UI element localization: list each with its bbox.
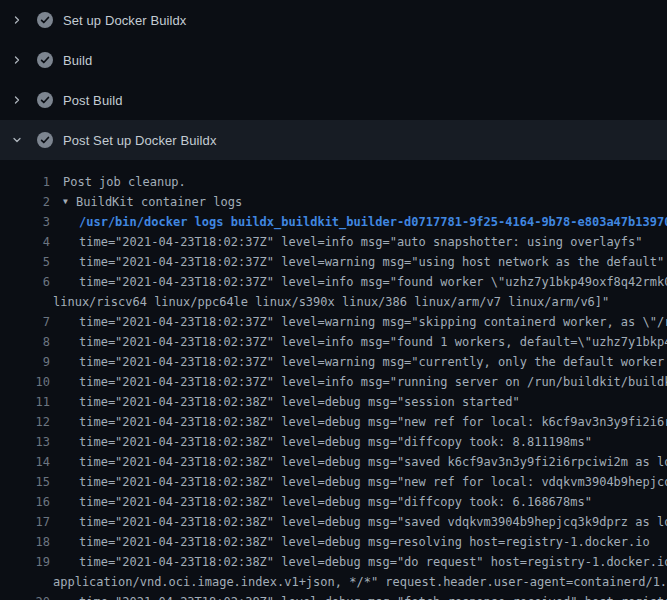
log-line-text: time="2021-04-23T18:02:38Z" level=debug … [79, 392, 520, 412]
check-circle-icon [37, 12, 53, 28]
step-row-3[interactable]: Post Set up Docker Buildx [0, 120, 667, 160]
log-line-text: time="2021-04-23T18:02:38Z" level=debug … [79, 412, 667, 432]
log-line-number[interactable]: 15 [0, 472, 50, 492]
steps-list: Set up Docker Buildx Build Post Buil [0, 0, 667, 160]
chevron-right-icon[interactable] [10, 13, 24, 27]
log-line: 3 /usr/bin/docker logs buildx_buildkit_b… [0, 212, 667, 232]
log-line-text: time="2021-04-23T18:02:37Z" level=info m… [79, 232, 643, 252]
log-line-text: application/vnd.oci.image.index.v1+json,… [53, 572, 667, 592]
log-line: 1 Post job cleanup. [0, 172, 667, 192]
log-line: 13 time="2021-04-23T18:02:38Z" level=deb… [0, 432, 667, 452]
log-line: 12 time="2021-04-23T18:02:38Z" level=deb… [0, 412, 667, 432]
log-area: 1 Post job cleanup. 2 ▼BuildKit containe… [0, 160, 667, 600]
log-line-text: time="2021-04-23T18:02:38Z" level=debug … [79, 472, 667, 492]
log-line-text: time="2021-04-23T18:02:37Z" level=warnin… [79, 352, 667, 372]
log-line-text: time="2021-04-23T18:02:37Z" level=warnin… [79, 252, 664, 272]
step-label: Build [63, 53, 92, 68]
log-line-number[interactable]: 11 [0, 392, 50, 412]
log-line: application/vnd.oci.image.index.v1+json,… [0, 572, 667, 592]
step-row-0[interactable]: Set up Docker Buildx [0, 0, 667, 40]
log-line: 16 time="2021-04-23T18:02:38Z" level=deb… [0, 492, 667, 512]
log-line: 8 time="2021-04-23T18:02:37Z" level=info… [0, 332, 667, 352]
log-line-number[interactable]: 1 [0, 172, 50, 192]
actions-log-viewer: Set up Docker Buildx Build Post Buil [0, 0, 667, 600]
log-line-text: time="2021-04-23T18:02:38Z" level=debug … [79, 512, 667, 532]
log-line-text: Post job cleanup. [63, 172, 186, 192]
log-line-number[interactable]: 5 [0, 252, 50, 272]
step-label: Post Build [63, 93, 123, 108]
log-line: linux/riscv64 linux/ppc64le linux/s390x … [0, 292, 667, 312]
log-line: 6 time="2021-04-23T18:02:37Z" level=info… [0, 272, 667, 292]
log-line-number[interactable]: 18 [0, 532, 50, 552]
log-line: 20 time="2021-04-23T18:02:38Z" level=deb… [0, 592, 667, 600]
log-line: 11 time="2021-04-23T18:02:38Z" level=deb… [0, 392, 667, 412]
log-line-number[interactable]: 20 [0, 592, 50, 600]
group-collapse-triangle-icon[interactable]: ▼ [63, 192, 76, 212]
log-line-text: time="2021-04-23T18:02:38Z" level=debug … [79, 552, 667, 572]
log-line-number[interactable]: 6 [0, 272, 50, 292]
log-line-text: /usr/bin/docker logs buildx_buildkit_bui… [79, 212, 667, 232]
log-line-number[interactable]: 7 [0, 312, 50, 332]
log-line-number[interactable]: 13 [0, 432, 50, 452]
log-line-number[interactable]: 9 [0, 352, 50, 372]
group-label[interactable]: BuildKit container logs [76, 195, 242, 209]
check-circle-icon [37, 132, 53, 148]
log-line: 10 time="2021-04-23T18:02:37Z" level=inf… [0, 372, 667, 392]
log-line-text: time="2021-04-23T18:02:38Z" level=debug … [79, 452, 667, 472]
log-line-text: ▼BuildKit container logs [63, 192, 242, 212]
log-line-number[interactable]: 19 [0, 552, 50, 572]
log-line-number[interactable]: 3 [0, 212, 50, 232]
step-row-1[interactable]: Build [0, 40, 667, 80]
log-line: 15 time="2021-04-23T18:02:38Z" level=deb… [0, 472, 667, 492]
log-line-number[interactable]: 12 [0, 412, 50, 432]
chevron-down-icon[interactable] [10, 133, 24, 147]
log-line: 18 time="2021-04-23T18:02:38Z" level=deb… [0, 532, 667, 552]
log-line-number[interactable]: 8 [0, 332, 50, 352]
log-line-text: linux/riscv64 linux/ppc64le linux/s390x … [53, 292, 609, 312]
log-line: 4 time="2021-04-23T18:02:37Z" level=info… [0, 232, 667, 252]
log-line-text: time="2021-04-23T18:02:38Z" level=debug … [79, 532, 650, 552]
log-line-text: time="2021-04-23T18:02:37Z" level=info m… [79, 372, 667, 392]
log-line-number[interactable]: 14 [0, 452, 50, 472]
log-line: 19 time="2021-04-23T18:02:38Z" level=deb… [0, 552, 667, 572]
log-line-number[interactable]: 2 [0, 192, 50, 212]
step-row-2[interactable]: Post Build [0, 80, 667, 120]
log-line: 2 ▼BuildKit container logs [0, 192, 667, 212]
log-line: 14 time="2021-04-23T18:02:38Z" level=deb… [0, 452, 667, 472]
log-line-number[interactable]: 16 [0, 492, 50, 512]
log-line-number[interactable] [0, 292, 50, 312]
log-line-text: time="2021-04-23T18:02:37Z" level=info m… [79, 332, 667, 352]
log-line-number[interactable]: 17 [0, 512, 50, 532]
log-line-text: time="2021-04-23T18:02:38Z" level=debug … [79, 432, 592, 452]
step-label: Post Set up Docker Buildx [63, 133, 217, 148]
log-line: 17 time="2021-04-23T18:02:38Z" level=deb… [0, 512, 667, 532]
check-circle-icon [37, 92, 53, 108]
log-line-number[interactable]: 4 [0, 232, 50, 252]
chevron-right-icon[interactable] [10, 53, 24, 67]
log-line-text: time="2021-04-23T18:02:37Z" level=info m… [79, 272, 667, 292]
log-line: 5 time="2021-04-23T18:02:37Z" level=warn… [0, 252, 667, 272]
step-label: Set up Docker Buildx [63, 13, 186, 28]
log-line-number[interactable]: 10 [0, 372, 50, 392]
log-line-number[interactable] [0, 572, 50, 592]
log-line-text: time="2021-04-23T18:02:37Z" level=warnin… [79, 312, 667, 332]
log-line-text: time="2021-04-23T18:02:38Z" level=debug … [79, 492, 592, 512]
log-line-text: time="2021-04-23T18:02:38Z" level=debug … [79, 592, 667, 600]
check-circle-icon [37, 52, 53, 68]
chevron-right-icon[interactable] [10, 93, 24, 107]
log-line: 7 time="2021-04-23T18:02:37Z" level=warn… [0, 312, 667, 332]
log-line: 9 time="2021-04-23T18:02:37Z" level=warn… [0, 352, 667, 372]
